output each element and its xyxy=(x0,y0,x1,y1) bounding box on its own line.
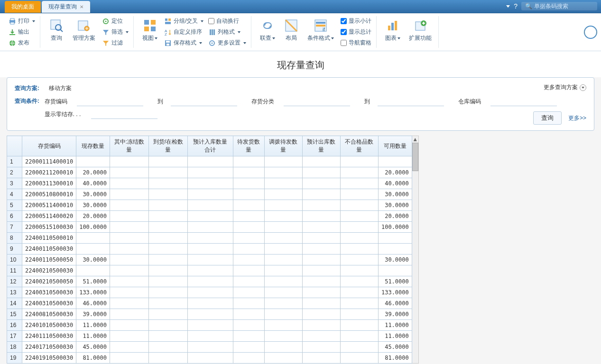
cell-plin xyxy=(187,276,233,287)
save-format-button[interactable]: 保存格式 xyxy=(162,38,205,48)
plan-mgmt-button[interactable]: 管理方案 xyxy=(69,16,99,44)
chevron-down-icon xyxy=(201,20,203,22)
page-title: 现存量查询 xyxy=(0,51,601,77)
cell-ship xyxy=(233,222,264,233)
invcode-to-input[interactable] xyxy=(171,97,237,106)
cell-qty xyxy=(76,265,110,276)
col-format-button[interactable]: 列格式 xyxy=(206,27,248,37)
scroll-thumb[interactable] xyxy=(412,143,418,171)
cell-arr xyxy=(148,189,187,200)
query-button[interactable]: 查询 xyxy=(45,16,68,44)
label: 联查 xyxy=(260,35,271,41)
locate-button[interactable]: 定位 xyxy=(100,16,130,26)
print-button[interactable]: 打印 xyxy=(7,16,37,26)
table-row[interactable]: 22200021120001020.000020.0000 xyxy=(7,167,412,178)
cell-avail: 39.0000 xyxy=(378,309,412,320)
cell-alloc xyxy=(264,200,302,211)
show-zero-input[interactable] xyxy=(91,110,157,119)
col-header[interactable]: 可用数量 xyxy=(378,136,412,156)
field-label: 存货编码 xyxy=(45,98,73,106)
table-row[interactable]: 62200051140002020.000020.0000 xyxy=(7,211,412,222)
table-row[interactable]: 172240111050003011.000011.0000 xyxy=(7,331,412,342)
custom-sort-button[interactable]: AZ自定义排序 xyxy=(162,27,205,37)
col-header[interactable]: 不合格品数量 xyxy=(340,136,378,156)
more-settings-button[interactable]: 更多设置 xyxy=(206,38,248,48)
cell-ng xyxy=(340,211,378,222)
table-row[interactable]: 152240081050003039.000039.0000 xyxy=(7,309,412,320)
chevron-down-icon[interactable] xyxy=(506,5,510,8)
table-row[interactable]: 122240021050005051.000051.0000 xyxy=(7,276,412,287)
chart-button[interactable]: 图表 xyxy=(381,16,404,44)
subtotal-check[interactable]: 显示小计 xyxy=(339,16,373,26)
result-grid[interactable]: 存货编码 现存数量 其中:冻结数量 到货/在检数量 预计入库数量合计 待发货数量… xyxy=(7,136,412,364)
scroll-up-icon[interactable]: ▲ xyxy=(412,136,418,143)
col-header[interactable]: 现存数量 xyxy=(76,136,110,156)
chevron-down-icon xyxy=(126,31,129,33)
cell-arr xyxy=(148,167,187,178)
cell-code: 22000111400010 xyxy=(22,156,76,167)
table-row[interactable]: 192240191050003081.000081.0000 xyxy=(7,353,412,364)
cell-plin xyxy=(187,309,233,320)
cell-plout xyxy=(302,156,340,167)
col-header[interactable]: 预计入库数量合计 xyxy=(187,136,233,156)
barcode-search[interactable]: 🔍 xyxy=(521,2,597,10)
table-row[interactable]: 1122400210500030 xyxy=(7,265,412,276)
field-label: 到 xyxy=(364,98,374,106)
table-row[interactable]: 32200031130001040.000040.0000 xyxy=(7,178,412,189)
invclass-to-input[interactable] xyxy=(378,97,444,106)
cell-avail: 46.0000 xyxy=(378,298,412,309)
col-header[interactable]: 待发货数量 xyxy=(233,136,264,156)
cell-plin xyxy=(187,342,233,353)
cell-alloc xyxy=(264,309,302,320)
row-number: 16 xyxy=(7,320,22,331)
table-row[interactable]: 52200051140001030.000030.0000 xyxy=(7,200,412,211)
col-header[interactable]: 预计出库数量 xyxy=(302,136,340,156)
table-row[interactable]: 42200051080001030.000030.0000 xyxy=(7,189,412,200)
table-row[interactable]: 1322400310500030133.0000133.0000 xyxy=(7,287,412,298)
invclass-from-input[interactable] xyxy=(284,97,350,106)
col-header[interactable]: 到货/在检数量 xyxy=(148,136,187,156)
view-button[interactable]: 视图 xyxy=(139,16,161,44)
col-header[interactable]: 存货编码 xyxy=(22,136,76,156)
plan-value[interactable]: 移动方案 xyxy=(49,84,72,92)
ext-func-button[interactable]: 扩展功能 xyxy=(405,16,435,44)
svg-rect-23 xyxy=(166,44,169,46)
cell-plout xyxy=(302,309,340,320)
more-plans-button[interactable]: 更多查询方案 xyxy=(544,83,586,91)
filter-button[interactable]: 筛选 xyxy=(100,27,130,37)
table-row[interactable]: 822400110500010 xyxy=(7,233,412,244)
help-icon[interactable]: ? xyxy=(514,2,518,10)
navpane-check[interactable]: 导航窗格 xyxy=(339,38,373,48)
table-row[interactable]: 182240171050003045.000045.0000 xyxy=(7,342,412,353)
run-query-button[interactable]: 查询 xyxy=(533,111,562,125)
ribbon-collapse-icon[interactable] xyxy=(584,26,597,39)
link-query-button[interactable]: 联查 xyxy=(256,16,279,44)
layout-button[interactable]: 布局 xyxy=(280,16,303,44)
cell-ship xyxy=(233,331,264,342)
tab-desktop[interactable]: 我的桌面 xyxy=(5,1,41,13)
cell-avail xyxy=(378,156,412,167)
barcode-search-input[interactable] xyxy=(534,3,591,9)
table-row[interactable]: 922400110500030 xyxy=(7,244,412,255)
vertical-scrollbar[interactable]: ▲ xyxy=(412,136,419,364)
col-header[interactable]: 其中:冻结数量 xyxy=(110,136,148,156)
group-button[interactable]: 分组/交叉 xyxy=(162,16,205,26)
table-row[interactable]: 162240101050003011.000011.0000 xyxy=(7,320,412,331)
col-header[interactable]: 调拨待发数量 xyxy=(264,136,302,156)
close-icon[interactable]: ✕ xyxy=(80,4,83,9)
more-link[interactable]: 更多>> xyxy=(568,114,586,122)
autowrap-check[interactable]: 自动换行 xyxy=(206,16,248,26)
filter2-button[interactable]: 过滤 xyxy=(100,38,130,48)
table-row[interactable]: 102240011050005030.000030.0000 xyxy=(7,255,412,265)
invcode-from-input[interactable] xyxy=(77,97,143,106)
cond-format-button[interactable]: if条件格式 xyxy=(304,16,338,44)
table-row[interactable]: 142240031050003046.000046.0000 xyxy=(7,298,412,309)
tab-stock-query[interactable]: 现存量查询 ✕ xyxy=(42,1,90,13)
table-row[interactable]: 722000515100030100.0000100.0000 xyxy=(7,222,412,233)
total-check[interactable]: 显示总计 xyxy=(339,27,373,37)
export-button[interactable]: 输出 xyxy=(7,27,37,37)
table-row[interactable]: 122000111400010 xyxy=(7,156,412,167)
publish-button[interactable]: 发布 xyxy=(7,38,37,48)
cell-alloc xyxy=(264,255,302,265)
whcode-input[interactable] xyxy=(490,97,557,106)
